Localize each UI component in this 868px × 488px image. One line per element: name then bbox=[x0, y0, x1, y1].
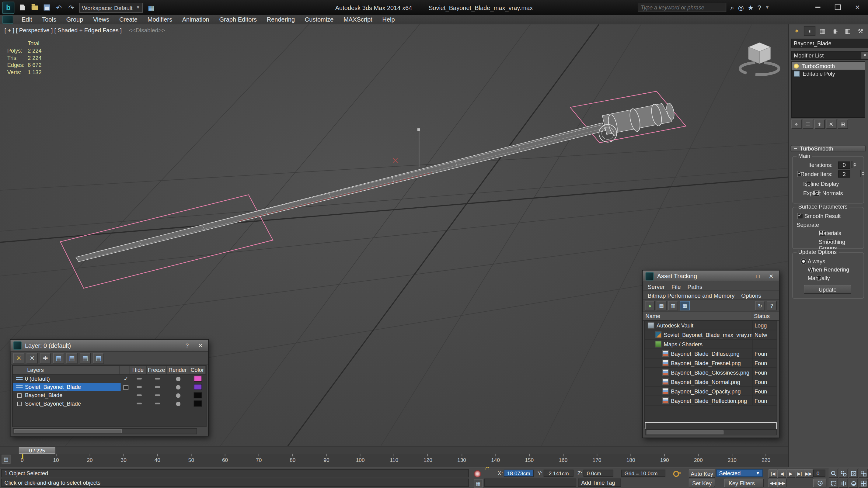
auto-key-button[interactable]: Auto Key bbox=[688, 469, 715, 478]
minimize-icon[interactable]: – bbox=[740, 272, 750, 280]
smooth-result-checkbox[interactable] bbox=[797, 213, 803, 219]
highlight-layer-icon[interactable]: ▤ bbox=[80, 353, 91, 363]
close-icon[interactable]: ✕ bbox=[766, 272, 776, 280]
layer-freeze-toggle[interactable] bbox=[148, 399, 167, 408]
zoom-extents-all-icon[interactable] bbox=[859, 468, 868, 478]
previous-key-button[interactable]: ◀◀ bbox=[768, 479, 778, 487]
column-layers[interactable]: Layers bbox=[13, 366, 120, 374]
asset-row[interactable]: Autodesk Vault Logg bbox=[645, 321, 777, 330]
layer-dialog-titlebar[interactable]: Layer: 0 (default) ? ✕ bbox=[11, 339, 208, 352]
asset-name[interactable]: Maps / Shaders bbox=[664, 341, 703, 347]
asset-row[interactable]: Maps / Shaders bbox=[645, 339, 777, 349]
configure-modifier-sets-icon[interactable]: ⊞ bbox=[838, 120, 848, 129]
menu-item[interactable]: Customize bbox=[300, 15, 338, 24]
time-tag-field[interactable] bbox=[484, 479, 576, 487]
layer-row[interactable]: 0 (default) bbox=[13, 375, 206, 383]
asset-menu-item[interactable]: Paths bbox=[685, 283, 705, 290]
zoom-icon[interactable] bbox=[829, 468, 838, 478]
asset-row[interactable]: Soviet_Bayonet_Blade_max_vray.max Netw bbox=[645, 330, 777, 339]
help-dropdown-icon[interactable]: ▼ bbox=[765, 5, 769, 10]
go-to-end-button[interactable]: ▶▶ bbox=[804, 469, 813, 478]
make-unique-icon[interactable]: ∗ bbox=[814, 120, 825, 129]
zoom-extents-icon[interactable] bbox=[848, 468, 858, 478]
layer-current-mark[interactable] bbox=[121, 391, 131, 399]
asset-help-icon[interactable]: ? bbox=[767, 301, 777, 311]
modifier-stack-item[interactable]: TurboSmooth bbox=[792, 62, 865, 70]
hide-unhide-layer-icon[interactable]: ▤ bbox=[93, 353, 104, 363]
selection-set-dropdown[interactable]: Selected▼ bbox=[716, 469, 763, 477]
show-end-result-icon[interactable]: ≣ bbox=[803, 120, 813, 129]
save-file-icon[interactable] bbox=[42, 3, 51, 11]
layer-color-swatch[interactable] bbox=[193, 400, 202, 406]
help-icon[interactable]: ? bbox=[757, 4, 761, 11]
thumbnail-view-icon[interactable]: ▥ bbox=[668, 301, 678, 311]
add-time-tag[interactable]: Add Time Tag bbox=[578, 479, 621, 487]
asset-menu-item[interactable]: File bbox=[669, 283, 684, 290]
modifier-list-dropdown[interactable]: Modifier List ▼ bbox=[791, 51, 868, 60]
asset-name[interactable]: Bayonet_Blade_Reflection.png bbox=[671, 397, 747, 403]
layer-name[interactable]: Bayonet_Blade bbox=[25, 392, 62, 398]
layer-current-mark[interactable] bbox=[121, 383, 131, 391]
open-file-icon[interactable] bbox=[30, 3, 39, 11]
asset-name[interactable]: Bayonet_Blade_Fresnel.png bbox=[671, 360, 741, 366]
iterations-value[interactable]: 0 bbox=[838, 161, 850, 169]
menu-item[interactable]: Views bbox=[88, 15, 114, 24]
hierarchy-tab-icon[interactable]: ▦ bbox=[816, 26, 828, 36]
layer-name[interactable]: 0 (default) bbox=[25, 376, 50, 382]
select-objects-in-layer-icon[interactable]: ▤ bbox=[53, 353, 64, 363]
maxscript-mini-listener-icon[interactable]: ▦ bbox=[474, 479, 483, 488]
previous-frame-button[interactable]: ◀ bbox=[777, 469, 787, 478]
layer-current-mark[interactable] bbox=[121, 399, 131, 408]
layer-row[interactable]: Bayonet_Blade bbox=[13, 391, 206, 399]
asset-name[interactable]: Bayonet_Blade_Opacity.png bbox=[671, 388, 741, 394]
asset-dialog-titlebar[interactable]: Asset Tracking – □ ✕ bbox=[643, 270, 779, 282]
asset-name[interactable]: Bayonet_Blade_Diffuse.png bbox=[671, 351, 739, 357]
play-button[interactable]: ▶ bbox=[786, 469, 796, 478]
minimize-button[interactable] bbox=[810, 2, 825, 12]
z-coordinate-field[interactable]: 0.0cm bbox=[584, 470, 613, 477]
asset-name[interactable]: Bayonet_Blade_Normal.png bbox=[671, 379, 740, 385]
layer-horizontal-scrollbar[interactable] bbox=[13, 428, 197, 434]
asset-row[interactable]: Bayonet_Blade_Diffuse.png Foun bbox=[645, 349, 777, 358]
set-current-layer-icon[interactable]: ▤ bbox=[66, 353, 77, 363]
create-tab-icon[interactable]: ✶ bbox=[791, 26, 803, 36]
display-tab-icon[interactable]: ▥ bbox=[842, 26, 854, 36]
asset-row[interactable]: Bayonet_Blade_Glossiness.png Foun bbox=[645, 368, 777, 377]
application-menu-button[interactable]: b bbox=[2, 2, 14, 14]
column-name[interactable]: Name bbox=[643, 312, 752, 320]
redo-icon[interactable]: ↷ bbox=[67, 3, 75, 11]
asset-row[interactable]: Bayonet_Blade_Reflection.png Foun bbox=[645, 396, 777, 405]
layer-hide-toggle[interactable] bbox=[131, 391, 147, 399]
always-radio[interactable] bbox=[801, 258, 807, 264]
layer-render-toggle[interactable] bbox=[167, 399, 190, 408]
menu-item[interactable]: Rendering bbox=[262, 15, 300, 24]
next-frame-button[interactable]: ▶| bbox=[795, 469, 804, 478]
layer-freeze-toggle[interactable] bbox=[148, 383, 167, 391]
communication-center-icon[interactable]: ◎ bbox=[738, 4, 744, 11]
viewcube[interactable] bbox=[740, 42, 779, 75]
time-slider-handle[interactable]: 0 / 225 bbox=[19, 447, 55, 454]
layer-hide-toggle[interactable] bbox=[131, 375, 147, 383]
layer-hide-toggle[interactable] bbox=[131, 383, 147, 391]
pan-icon[interactable] bbox=[839, 479, 848, 488]
maximize-viewport-toggle-icon[interactable] bbox=[859, 479, 868, 488]
delete-layer-icon[interactable]: ✕ bbox=[27, 353, 37, 363]
close-icon[interactable]: ✕ bbox=[195, 341, 205, 350]
update-button[interactable]: Update bbox=[804, 285, 851, 294]
object-name-field[interactable]: Bayonet_Blade bbox=[791, 39, 868, 47]
layer-row[interactable]: Soviet_Bayonet_Blade bbox=[13, 399, 206, 408]
column-color[interactable]: Color bbox=[189, 366, 206, 374]
current-frame-field[interactable]: 0 bbox=[813, 470, 826, 477]
layer-color-swatch[interactable] bbox=[193, 384, 202, 390]
key-filters-button[interactable]: Key Filters... bbox=[724, 479, 764, 487]
modify-tab-icon[interactable]: ◖ bbox=[804, 26, 815, 36]
time-configuration-icon[interactable] bbox=[813, 479, 827, 487]
vault-login-icon[interactable]: ● bbox=[645, 301, 655, 311]
undo-icon[interactable]: ↶ bbox=[55, 3, 63, 11]
remove-modifier-icon[interactable]: ✕ bbox=[826, 120, 837, 129]
menu-item[interactable]: Edit bbox=[17, 15, 37, 24]
asset-row[interactable]: Bayonet_Blade_Opacity.png Foun bbox=[645, 387, 777, 396]
layer-render-toggle[interactable] bbox=[167, 391, 190, 399]
table-view-icon[interactable]: ▦ bbox=[680, 301, 690, 311]
search-input[interactable] bbox=[638, 3, 726, 12]
